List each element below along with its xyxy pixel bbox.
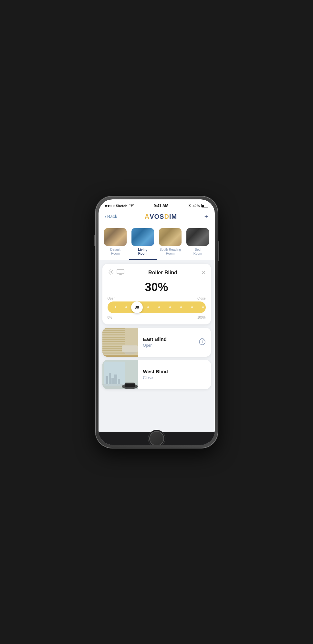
wifi-icon (130, 204, 134, 208)
screen: Sketch 9:41 AM (99, 199, 215, 445)
app-logo: A VOS D IM (145, 213, 177, 220)
time-display: 9:41 AM (154, 204, 169, 208)
home-button[interactable] (149, 431, 164, 445)
svg-rect-14 (102, 355, 138, 357)
status-bar: Sketch 9:41 AM (99, 199, 215, 210)
slider-dot-5 (158, 306, 160, 308)
home-indicator (99, 432, 215, 445)
slider-track: 30 (108, 301, 206, 313)
main-content: Roller Blind ✕ 30% Open Close (99, 260, 215, 432)
add-button[interactable]: + (204, 213, 208, 220)
carrier-label: Sketch (116, 204, 128, 208)
battery-percent: 42% (193, 204, 200, 208)
svg-rect-8 (102, 341, 125, 342)
east-blind-timer[interactable] (193, 333, 211, 352)
east-blind-thumb (102, 328, 138, 357)
roller-card-header: Roller Blind ✕ (108, 269, 206, 277)
west-blind-status: Close (143, 375, 206, 380)
signal-strength (105, 205, 115, 207)
label-100-percent: 100% (197, 316, 206, 319)
svg-rect-12 (102, 350, 125, 351)
svg-rect-23 (114, 375, 117, 384)
phone-frame: Sketch 9:41 AM (95, 196, 218, 448)
close-button[interactable]: ✕ (202, 269, 206, 276)
logo-d: D (164, 213, 169, 220)
svg-rect-22 (111, 378, 114, 384)
back-label: Back (107, 214, 117, 219)
east-blind-status: Open (143, 343, 188, 348)
svg-rect-0 (117, 269, 124, 274)
slider-dots (110, 306, 208, 308)
back-chevron-icon: ‹ (105, 214, 107, 219)
svg-rect-10 (102, 346, 125, 347)
slider-dot-2 (125, 306, 127, 308)
east-blind-name: East Blind (143, 336, 188, 342)
roller-blind-title: Roller Blind (124, 270, 202, 276)
phone-inner: Sketch 9:41 AM (99, 199, 215, 445)
roller-blind-percentage: 30% (108, 280, 206, 294)
svg-rect-6 (102, 337, 125, 338)
thumb-south-reading-room (159, 228, 182, 246)
roller-icons-left (108, 269, 124, 277)
svg-rect-9 (102, 343, 125, 344)
logo-im: IM (169, 213, 177, 220)
svg-rect-16 (122, 345, 138, 352)
label-bed-room: BedRoom (193, 248, 202, 256)
thumb-default-room (104, 228, 127, 246)
label-open: Open (108, 297, 115, 300)
svg-rect-27 (125, 383, 135, 387)
svg-rect-3 (102, 330, 125, 331)
screen-icon (117, 269, 124, 276)
label-default-room: DefaultRoom (110, 248, 120, 256)
east-blind-card[interactable]: East Blind Open (102, 328, 211, 357)
svg-rect-20 (106, 376, 108, 384)
west-blind-info: West Blind Close (138, 364, 211, 385)
slider-thumb[interactable]: 30 (131, 301, 143, 313)
battery-indicator (201, 204, 208, 207)
svg-rect-2 (102, 328, 125, 329)
tab-south-reading-room[interactable]: South ReadingRoom (157, 227, 184, 260)
svg-rect-7 (102, 339, 125, 340)
label-south-reading-room: South ReadingRoom (160, 248, 181, 256)
thumb-living-room (131, 228, 154, 246)
slider-dot-7 (180, 306, 182, 308)
svg-rect-21 (109, 373, 111, 384)
slider-dot-6 (169, 306, 171, 308)
status-right: 42% (188, 203, 208, 208)
logo-a: A (145, 213, 150, 220)
tab-living-room[interactable]: LivingRoom (129, 227, 157, 260)
slider-open-close-labels: Open Close (108, 297, 206, 300)
label-0-percent: 0% (108, 316, 112, 319)
west-blind-name: West Blind (143, 369, 206, 374)
west-blind-thumb (102, 360, 138, 389)
slider-dot-4 (147, 306, 149, 308)
roller-blind-card: Roller Blind ✕ 30% Open Close (102, 264, 211, 324)
label-living-room: LivingRoom (138, 248, 147, 256)
app-header: ‹ Back A VOS D IM + (99, 210, 215, 224)
slider-container[interactable]: 30 (108, 301, 206, 313)
east-blind-info: East Blind Open (138, 331, 193, 353)
slider-percent-labels: 0% 100% (108, 316, 206, 319)
slider-dot-8 (191, 306, 193, 308)
logo-vos: VOS (150, 213, 164, 220)
thumb-bed-room (186, 228, 209, 246)
west-blind-card[interactable]: West Blind Close (102, 360, 211, 389)
room-tabs: DefaultRoom LivingRoom South ReadingRoom… (99, 224, 215, 260)
svg-rect-13 (102, 353, 125, 354)
slider-dot-9 (202, 306, 204, 308)
back-button[interactable]: ‹ Back (105, 214, 117, 219)
gear-icon[interactable] (108, 269, 114, 277)
tab-default-room[interactable]: DefaultRoom (102, 227, 129, 260)
slider-dot-1 (115, 306, 116, 308)
svg-rect-5 (102, 334, 125, 335)
bluetooth-icon (188, 203, 191, 208)
status-left: Sketch (105, 204, 134, 208)
svg-rect-4 (102, 332, 125, 333)
svg-rect-11 (102, 348, 125, 349)
label-close: Close (197, 297, 206, 300)
svg-rect-24 (118, 379, 120, 384)
tab-bed-room[interactable]: BedRoom (184, 227, 212, 260)
